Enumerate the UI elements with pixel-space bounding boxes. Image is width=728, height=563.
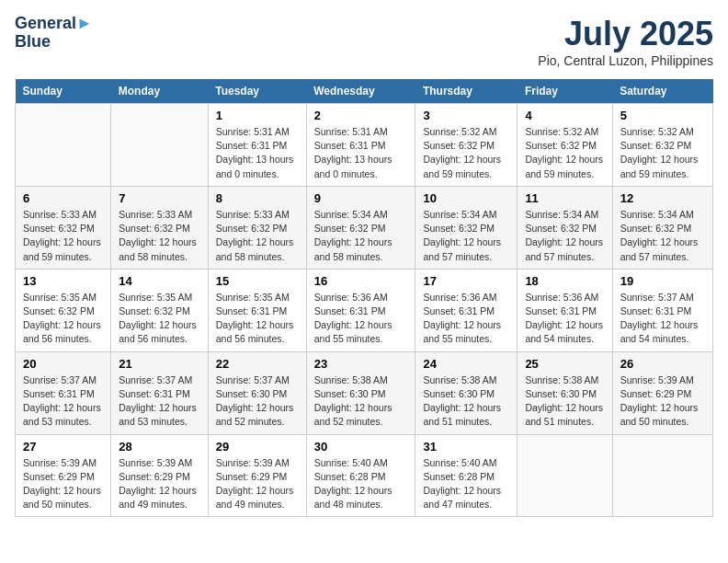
day-number: 23 (314, 357, 408, 371)
day-number: 3 (423, 109, 509, 122)
day-number: 31 (423, 440, 509, 454)
logo: General►Blue (15, 15, 93, 52)
day-number: 4 (525, 109, 604, 122)
table-cell: 18Sunrise: 5:36 AMSunset: 6:31 PMDayligh… (518, 269, 612, 351)
table-cell: 22Sunrise: 5:37 AMSunset: 6:30 PMDayligh… (208, 351, 306, 434)
week-row-5: 27Sunrise: 5:39 AMSunset: 6:29 PMDayligh… (16, 434, 713, 517)
day-info: Sunrise: 5:31 AMSunset: 6:31 PMDaylight:… (216, 125, 299, 181)
day-number: 11 (525, 191, 604, 205)
table-cell: 15Sunrise: 5:35 AMSunset: 6:31 PMDayligh… (208, 269, 306, 351)
table-cell: 14Sunrise: 5:35 AMSunset: 6:32 PMDayligh… (111, 269, 208, 351)
week-row-1: 1Sunrise: 5:31 AMSunset: 6:31 PMDaylight… (16, 104, 713, 187)
day-info: Sunrise: 5:34 AMSunset: 6:32 PMDaylight:… (525, 208, 604, 264)
col-sunday: Sunday (16, 79, 111, 104)
day-info: Sunrise: 5:36 AMSunset: 6:31 PMDaylight:… (423, 291, 509, 347)
col-friday: Friday (518, 79, 612, 104)
table-cell: 8Sunrise: 5:33 AMSunset: 6:32 PMDaylight… (208, 186, 306, 269)
week-row-4: 20Sunrise: 5:37 AMSunset: 6:31 PMDayligh… (16, 351, 713, 434)
table-cell: 28Sunrise: 5:39 AMSunset: 6:29 PMDayligh… (111, 434, 208, 517)
table-cell: 19Sunrise: 5:37 AMSunset: 6:31 PMDayligh… (612, 269, 712, 351)
day-info: Sunrise: 5:37 AMSunset: 6:31 PMDaylight:… (23, 373, 103, 430)
table-cell: 30Sunrise: 5:40 AMSunset: 6:28 PMDayligh… (306, 434, 415, 517)
table-cell: 26Sunrise: 5:39 AMSunset: 6:29 PMDayligh… (612, 351, 712, 434)
day-number: 22 (216, 357, 299, 371)
days-of-week-row: Sunday Monday Tuesday Wednesday Thursday… (16, 79, 713, 104)
day-info: Sunrise: 5:34 AMSunset: 6:32 PMDaylight:… (314, 208, 408, 264)
day-info: Sunrise: 5:39 AMSunset: 6:29 PMDaylight:… (620, 373, 705, 430)
day-info: Sunrise: 5:37 AMSunset: 6:31 PMDaylight:… (119, 373, 199, 430)
table-cell: 13Sunrise: 5:35 AMSunset: 6:32 PMDayligh… (16, 269, 111, 351)
day-info: Sunrise: 5:38 AMSunset: 6:30 PMDaylight:… (525, 373, 604, 430)
table-cell: 7Sunrise: 5:33 AMSunset: 6:32 PMDaylight… (111, 186, 208, 269)
day-number: 28 (119, 440, 199, 454)
calendar-body: 1Sunrise: 5:31 AMSunset: 6:31 PMDaylight… (16, 104, 713, 517)
day-number: 9 (314, 191, 408, 205)
day-info: Sunrise: 5:38 AMSunset: 6:30 PMDaylight:… (314, 373, 408, 430)
table-cell: 11Sunrise: 5:34 AMSunset: 6:32 PMDayligh… (518, 186, 612, 269)
table-cell: 25Sunrise: 5:38 AMSunset: 6:30 PMDayligh… (518, 351, 612, 434)
day-info: Sunrise: 5:33 AMSunset: 6:32 PMDaylight:… (23, 208, 103, 264)
table-cell: 10Sunrise: 5:34 AMSunset: 6:32 PMDayligh… (415, 186, 518, 269)
table-cell (612, 434, 712, 517)
day-number: 27 (23, 440, 103, 454)
week-row-2: 6Sunrise: 5:33 AMSunset: 6:32 PMDaylight… (16, 186, 713, 269)
calendar-table: Sunday Monday Tuesday Wednesday Thursday… (15, 79, 713, 517)
col-wednesday: Wednesday (306, 79, 415, 104)
day-number: 16 (314, 274, 408, 288)
day-number: 6 (23, 191, 103, 205)
day-number: 15 (216, 274, 299, 288)
day-number: 20 (23, 357, 103, 371)
day-info: Sunrise: 5:40 AMSunset: 6:28 PMDaylight:… (423, 456, 509, 512)
col-saturday: Saturday (612, 79, 712, 104)
table-cell: 21Sunrise: 5:37 AMSunset: 6:31 PMDayligh… (111, 351, 208, 434)
col-thursday: Thursday (415, 79, 518, 104)
day-info: Sunrise: 5:39 AMSunset: 6:29 PMDaylight:… (23, 456, 103, 512)
logo-text: General►Blue (15, 15, 93, 52)
day-number: 18 (525, 274, 604, 288)
day-number: 24 (423, 357, 509, 371)
location-subtitle: Pio, Central Luzon, Philippines (538, 53, 713, 68)
table-cell: 3Sunrise: 5:32 AMSunset: 6:32 PMDaylight… (415, 104, 518, 187)
day-number: 13 (23, 274, 103, 288)
table-cell: 5Sunrise: 5:32 AMSunset: 6:32 PMDaylight… (612, 104, 712, 187)
day-info: Sunrise: 5:36 AMSunset: 6:31 PMDaylight:… (314, 291, 408, 347)
day-number: 30 (314, 440, 408, 454)
day-info: Sunrise: 5:31 AMSunset: 6:31 PMDaylight:… (314, 125, 408, 181)
day-info: Sunrise: 5:39 AMSunset: 6:29 PMDaylight:… (216, 456, 299, 512)
day-number: 26 (620, 357, 705, 371)
day-number: 19 (620, 274, 705, 288)
table-cell: 24Sunrise: 5:38 AMSunset: 6:30 PMDayligh… (415, 351, 518, 434)
table-cell (518, 434, 612, 517)
day-number: 5 (620, 109, 705, 122)
day-number: 10 (423, 191, 509, 205)
table-cell: 29Sunrise: 5:39 AMSunset: 6:29 PMDayligh… (208, 434, 306, 517)
day-number: 8 (216, 191, 299, 205)
table-cell: 12Sunrise: 5:34 AMSunset: 6:32 PMDayligh… (612, 186, 712, 269)
col-tuesday: Tuesday (208, 79, 306, 104)
table-cell: 9Sunrise: 5:34 AMSunset: 6:32 PMDaylight… (306, 186, 415, 269)
day-info: Sunrise: 5:38 AMSunset: 6:30 PMDaylight:… (423, 373, 509, 430)
main-title: July 2025 (538, 15, 713, 53)
day-info: Sunrise: 5:34 AMSunset: 6:32 PMDaylight:… (620, 208, 705, 264)
table-cell: 27Sunrise: 5:39 AMSunset: 6:29 PMDayligh… (16, 434, 111, 517)
day-number: 17 (423, 274, 509, 288)
table-cell (111, 104, 208, 187)
day-info: Sunrise: 5:37 AMSunset: 6:31 PMDaylight:… (620, 291, 705, 347)
table-cell: 1Sunrise: 5:31 AMSunset: 6:31 PMDaylight… (208, 104, 306, 187)
day-number: 1 (216, 109, 299, 122)
day-info: Sunrise: 5:36 AMSunset: 6:31 PMDaylight:… (525, 291, 604, 347)
day-number: 14 (119, 274, 199, 288)
day-info: Sunrise: 5:32 AMSunset: 6:32 PMDaylight:… (620, 125, 705, 181)
table-cell: 16Sunrise: 5:36 AMSunset: 6:31 PMDayligh… (306, 269, 415, 351)
day-info: Sunrise: 5:33 AMSunset: 6:32 PMDaylight:… (216, 208, 299, 264)
day-number: 21 (119, 357, 199, 371)
week-row-3: 13Sunrise: 5:35 AMSunset: 6:32 PMDayligh… (16, 269, 713, 351)
table-cell: 17Sunrise: 5:36 AMSunset: 6:31 PMDayligh… (415, 269, 518, 351)
table-cell: 23Sunrise: 5:38 AMSunset: 6:30 PMDayligh… (306, 351, 415, 434)
day-info: Sunrise: 5:35 AMSunset: 6:32 PMDaylight:… (119, 291, 199, 347)
day-number: 2 (314, 109, 408, 122)
page-header: General►Blue July 2025 Pio, Central Luzo… (15, 15, 713, 68)
table-cell: 31Sunrise: 5:40 AMSunset: 6:28 PMDayligh… (415, 434, 518, 517)
day-info: Sunrise: 5:32 AMSunset: 6:32 PMDaylight:… (423, 125, 509, 181)
day-info: Sunrise: 5:35 AMSunset: 6:31 PMDaylight:… (216, 291, 299, 347)
